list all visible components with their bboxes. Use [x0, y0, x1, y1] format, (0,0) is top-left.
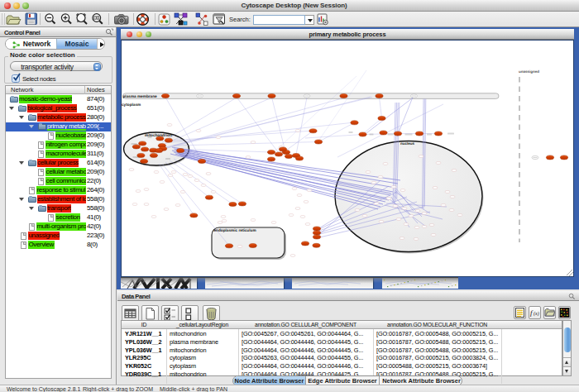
- svg-text:plasma membrane: plasma membrane: [123, 93, 157, 98]
- svg-text:nucleus: nucleus: [400, 141, 414, 146]
- svg-text:unassigned: unassigned: [519, 69, 539, 74]
- svg-text:cytoplasm: cytoplasm: [122, 103, 141, 108]
- svg-text:endoplasmic reticulum: endoplasmic reticulum: [214, 228, 256, 233]
- svg-text:mitochondrion: mitochondrion: [145, 133, 172, 138]
- svg-text:(x): (x): [534, 311, 539, 317]
